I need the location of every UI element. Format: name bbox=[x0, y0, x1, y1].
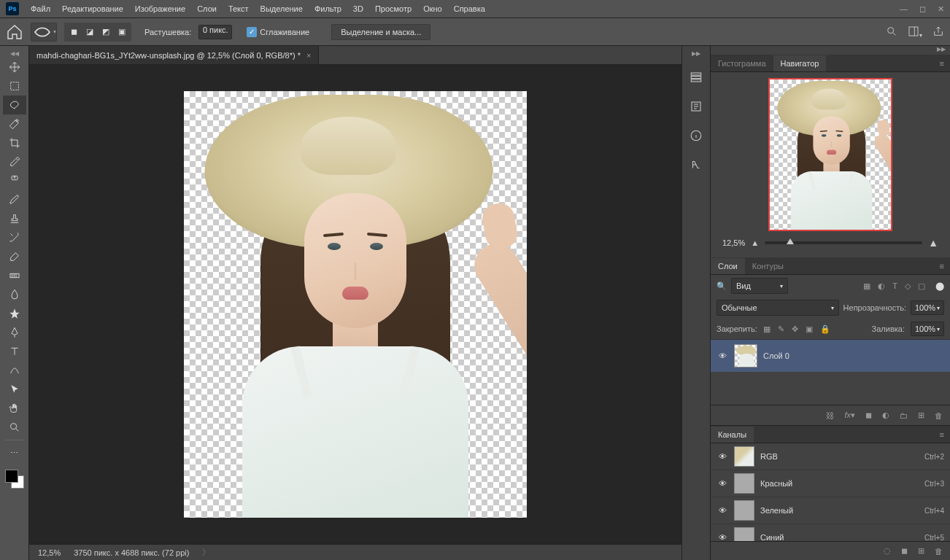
new-layer-icon[interactable]: ⊞ bbox=[918, 411, 924, 420]
menu-filter[interactable]: Фильтр bbox=[309, 1, 347, 16]
marquee-tool[interactable] bbox=[3, 77, 26, 96]
channel-visibility-icon[interactable]: 👁 bbox=[717, 533, 728, 541]
home-button[interactable] bbox=[6, 23, 23, 41]
tab-paths[interactable]: Контуры bbox=[745, 258, 791, 274]
history-panel-icon[interactable] bbox=[687, 69, 705, 86]
info-panel-icon[interactable] bbox=[687, 127, 705, 144]
filter-adjust-icon[interactable]: ◐ bbox=[878, 281, 885, 291]
mask-icon[interactable]: ◼ bbox=[865, 411, 872, 420]
menu-edit[interactable]: Редактирование bbox=[56, 1, 129, 16]
lock-all-icon[interactable]: 🔒 bbox=[820, 324, 830, 334]
menu-help[interactable]: Справка bbox=[448, 1, 491, 16]
properties-panel-icon[interactable] bbox=[687, 98, 705, 115]
menu-file[interactable]: Файл bbox=[25, 1, 56, 16]
intersect-selection-icon[interactable]: ▣ bbox=[115, 25, 129, 39]
navigator-preview[interactable] bbox=[768, 78, 892, 231]
share-icon[interactable] bbox=[932, 26, 944, 39]
lock-artboard-icon[interactable]: ▣ bbox=[806, 324, 813, 334]
layer-thumbnail[interactable] bbox=[734, 344, 757, 368]
load-selection-icon[interactable]: ◌ bbox=[884, 546, 891, 556]
menu-view[interactable]: Просмотр bbox=[369, 1, 417, 16]
zoom-in-icon[interactable]: ▲ bbox=[928, 237, 938, 249]
tab-navigator[interactable]: Навигатор bbox=[773, 55, 827, 71]
feather-input[interactable]: 0 пикс. bbox=[198, 25, 232, 39]
color-swatch[interactable] bbox=[5, 470, 24, 489]
direct-select-tool[interactable] bbox=[3, 380, 26, 399]
subtract-selection-icon[interactable]: ◩ bbox=[99, 25, 113, 39]
menu-image[interactable]: Изображение bbox=[129, 1, 191, 16]
layer-item[interactable]: 👁 Слой 0 bbox=[711, 340, 950, 372]
status-zoom[interactable]: 12,5% bbox=[38, 548, 61, 557]
adjustment-icon[interactable]: ◐ bbox=[882, 411, 889, 420]
tab-histogram[interactable]: Гистограмма bbox=[711, 55, 773, 71]
search-icon[interactable] bbox=[886, 26, 897, 39]
zoom-slider[interactable] bbox=[765, 241, 922, 244]
link-layers-icon[interactable]: ⛓ bbox=[826, 411, 834, 420]
channel-item[interactable]: 👁 Красный Ctrl+3 bbox=[711, 470, 950, 497]
layer-name[interactable]: Слой 0 bbox=[763, 351, 789, 360]
eyedropper-tool[interactable] bbox=[3, 152, 26, 171]
new-selection-icon[interactable]: ◼ bbox=[66, 25, 81, 39]
delete-channel-icon[interactable]: 🗑 bbox=[935, 547, 943, 556]
status-chevron-icon[interactable]: 〉 bbox=[202, 547, 210, 558]
tab-layers[interactable]: Слои bbox=[711, 258, 745, 274]
collapse-icon[interactable]: ◀◀ bbox=[10, 50, 19, 58]
channel-visibility-icon[interactable]: 👁 bbox=[717, 506, 728, 515]
brush-tool[interactable] bbox=[3, 190, 26, 209]
channels-menu-icon[interactable]: ≡ bbox=[940, 430, 950, 439]
lock-transparency-icon[interactable]: ▦ bbox=[763, 324, 771, 334]
edit-toolbar-icon[interactable]: ⋯ bbox=[3, 443, 26, 462]
delete-icon[interactable]: 🗑 bbox=[935, 411, 943, 420]
channel-visibility-icon[interactable]: 👁 bbox=[717, 479, 728, 488]
hand-tool[interactable] bbox=[3, 399, 26, 418]
zoom-out-icon[interactable]: ▲ bbox=[751, 238, 759, 247]
lasso-tool[interactable] bbox=[3, 96, 26, 114]
filter-kind-select[interactable]: Вид▾ bbox=[731, 278, 788, 294]
filter-smart-icon[interactable]: ▢ bbox=[918, 281, 925, 291]
channel-visibility-icon[interactable]: 👁 bbox=[717, 452, 728, 461]
close-icon[interactable]: ✕ bbox=[938, 4, 944, 14]
menu-select[interactable]: Выделение bbox=[255, 1, 309, 16]
healing-tool[interactable] bbox=[3, 171, 26, 190]
eraser-tool[interactable] bbox=[3, 247, 26, 266]
document-tab[interactable]: mahdi-chaghari-BG1s_JYt2ww-unsplash.jpg … bbox=[29, 46, 319, 64]
menu-layers[interactable]: Слои bbox=[191, 1, 223, 16]
opacity-input[interactable]: 100%▾ bbox=[911, 300, 944, 315]
move-tool[interactable] bbox=[3, 58, 26, 77]
blend-mode-select[interactable]: Обычные▾ bbox=[717, 300, 839, 316]
channel-item[interactable]: 👁 Синий Ctrl+5 bbox=[711, 524, 950, 541]
gradient-tool[interactable] bbox=[3, 266, 26, 285]
fill-input[interactable]: 100%▾ bbox=[911, 322, 944, 336]
character-panel-icon[interactable] bbox=[687, 156, 705, 174]
layer-visibility-icon[interactable]: 👁 bbox=[717, 351, 728, 360]
active-tool-icon[interactable]: ▾ bbox=[31, 23, 57, 42]
select-and-mask-button[interactable]: Выделение и маска... bbox=[331, 24, 430, 40]
menu-3d[interactable]: 3D bbox=[347, 1, 369, 16]
type-tool[interactable] bbox=[3, 342, 26, 361]
menu-text[interactable]: Текст bbox=[223, 1, 255, 16]
minimize-icon[interactable]: — bbox=[900, 4, 908, 14]
dock-collapse-icon[interactable]: ▶▶ bbox=[692, 50, 700, 57]
pen-tool[interactable] bbox=[3, 323, 26, 342]
tab-close-icon[interactable]: × bbox=[306, 51, 311, 60]
zoom-tool[interactable] bbox=[3, 418, 26, 437]
filter-type-icon[interactable]: T bbox=[892, 281, 897, 291]
group-icon[interactable]: 🗀 bbox=[900, 411, 908, 420]
magic-wand-tool[interactable] bbox=[3, 114, 26, 133]
add-selection-icon[interactable]: ◪ bbox=[82, 25, 97, 39]
crop-tool[interactable] bbox=[3, 133, 26, 152]
navigator-menu-icon[interactable]: ≡ bbox=[940, 59, 950, 68]
lock-pixels-icon[interactable]: ✎ bbox=[778, 324, 784, 334]
dodge-tool[interactable] bbox=[3, 304, 26, 323]
antialias-checkbox[interactable]: ✓ Сглаживание bbox=[247, 27, 309, 37]
blur-tool[interactable] bbox=[3, 285, 26, 304]
canvas-viewport[interactable] bbox=[29, 65, 681, 544]
maximize-icon[interactable]: ◻ bbox=[919, 4, 926, 14]
new-channel-icon[interactable]: ⊞ bbox=[918, 546, 924, 556]
save-selection-icon[interactable]: ◼ bbox=[901, 546, 908, 556]
path-tool[interactable] bbox=[3, 361, 26, 380]
filter-toggle-icon[interactable]: ⬤ bbox=[935, 281, 944, 291]
layers-menu-icon[interactable]: ≡ bbox=[940, 262, 950, 271]
tab-channels[interactable]: Каналы bbox=[711, 427, 754, 443]
workspace-icon[interactable]: ▾ bbox=[908, 26, 922, 39]
